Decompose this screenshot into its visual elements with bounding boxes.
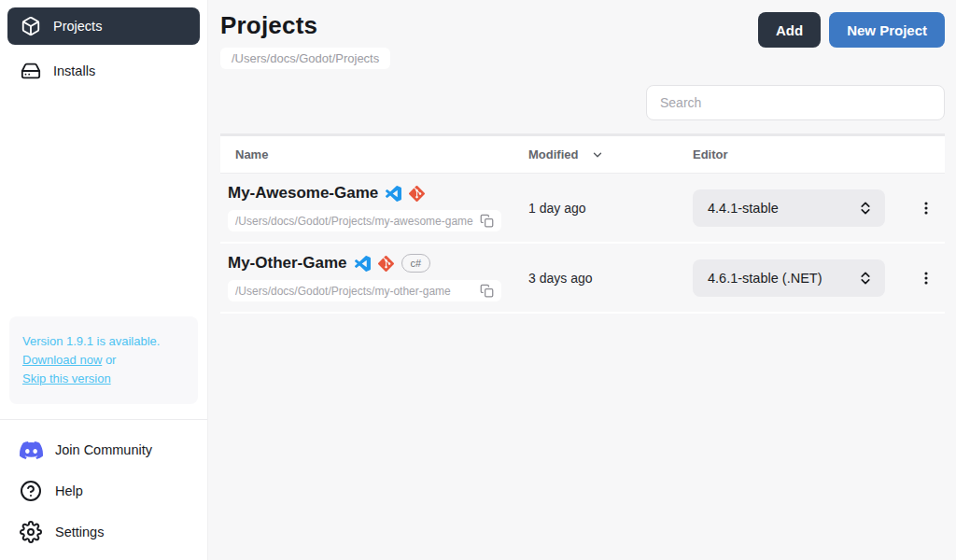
search-input[interactable] [646,85,945,120]
csharp-badge: c# [401,254,431,273]
editor-version-select[interactable]: 4.6.1-stable (.NET) [693,259,885,297]
projects-table: Name Modified Editor My-Awesome-Game [220,136,945,314]
editor-cell: 4.6.1-stable (.NET) [693,259,945,297]
row-menu-button[interactable] [914,196,938,220]
copy-icon[interactable] [480,214,494,228]
project-path: /Users/docs/Godot/Projects/my-other-game [235,285,474,298]
sidebar-footer: Join Community Help Settings [0,426,207,560]
box-icon [21,16,41,36]
footer-item-label: Join Community [55,442,152,457]
column-header-name[interactable]: Name [220,147,528,161]
project-row[interactable]: My-Awesome-Game /Users/docs/Godot/Projec… [220,174,945,244]
header-actions: Add New Project [758,12,945,48]
app-window: Projects Installs Version 1.9.1 is avail… [0,0,956,560]
breadcrumb: /Users/docs/Godot/Projects [220,48,390,69]
project-name-cell: My-Other-Game c# /Users/docs/Godot/Proje… [220,254,528,301]
sidebar-nav: Projects Installs [0,0,207,97]
column-header-label: Modified [528,147,578,161]
editor-cell: 4.4.1-stable [693,189,945,227]
vscode-icon[interactable] [386,186,401,202]
gear-icon [19,520,43,544]
table-header: Name Modified Editor [220,136,945,174]
skip-version-link[interactable]: Skip this version [22,371,111,385]
sidebar-item-label: Projects [53,19,102,34]
update-or-text: or [102,353,116,367]
join-community-button[interactable]: Join Community [0,429,207,470]
sidebar-spacer [0,97,207,307]
chevron-down-icon [591,148,604,161]
discord-icon [19,438,43,462]
search-row [220,85,945,120]
hard-drive-icon [21,61,41,81]
project-name: My-Awesome-Game [228,184,378,203]
project-name: My-Other-Game [228,254,347,273]
sidebar-item-installs[interactable]: Installs [7,52,200,90]
add-button[interactable]: Add [758,12,821,48]
footer-item-label: Help [55,483,83,498]
sidebar-item-projects[interactable]: Projects [7,7,200,45]
sidebar-divider [0,419,207,420]
select-chevrons-icon [857,270,874,287]
new-project-button[interactable]: New Project [829,12,945,48]
editor-version-select[interactable]: 4.4.1-stable [693,189,885,227]
download-now-link[interactable]: Download now [22,353,102,367]
editor-version-label: 4.6.1-stable (.NET) [708,271,857,286]
row-menu-button[interactable] [914,266,938,290]
footer-item-label: Settings [55,525,104,539]
update-notice: Version 1.9.1 is available. Download now… [9,316,198,404]
main-content: Projects /Users/docs/Godot/Projects Add … [208,0,956,560]
update-message: Version 1.9.1 is available. [22,334,160,348]
copy-icon[interactable] [480,284,494,298]
help-circle-icon [19,479,43,503]
project-path-pill: /Users/docs/Godot/Projects/my-awesome-ga… [228,210,501,231]
modified-value: 1 day ago [528,201,693,216]
project-name-cell: My-Awesome-Game /Users/docs/Godot/Projec… [220,184,528,231]
git-icon[interactable] [378,256,394,272]
project-path: /Users/docs/Godot/Projects/my-awesome-ga… [235,215,474,228]
help-button[interactable]: Help [0,470,207,511]
column-header-modified[interactable]: Modified [528,147,693,161]
column-header-editor[interactable]: Editor [693,147,945,161]
editor-version-label: 4.4.1-stable [708,201,857,216]
select-chevrons-icon [857,200,874,217]
page-header: Projects /Users/docs/Godot/Projects Add … [220,0,945,69]
vscode-icon[interactable] [355,256,371,272]
sidebar: Projects Installs Version 1.9.1 is avail… [0,0,208,560]
sidebar-item-label: Installs [53,63,95,78]
project-row[interactable]: My-Other-Game c# /Users/docs/Godot/Proje… [220,244,945,314]
git-icon[interactable] [409,186,425,202]
project-path-pill: /Users/docs/Godot/Projects/my-other-game [228,280,501,301]
modified-value: 3 days ago [528,271,693,286]
settings-button[interactable]: Settings [0,511,207,553]
